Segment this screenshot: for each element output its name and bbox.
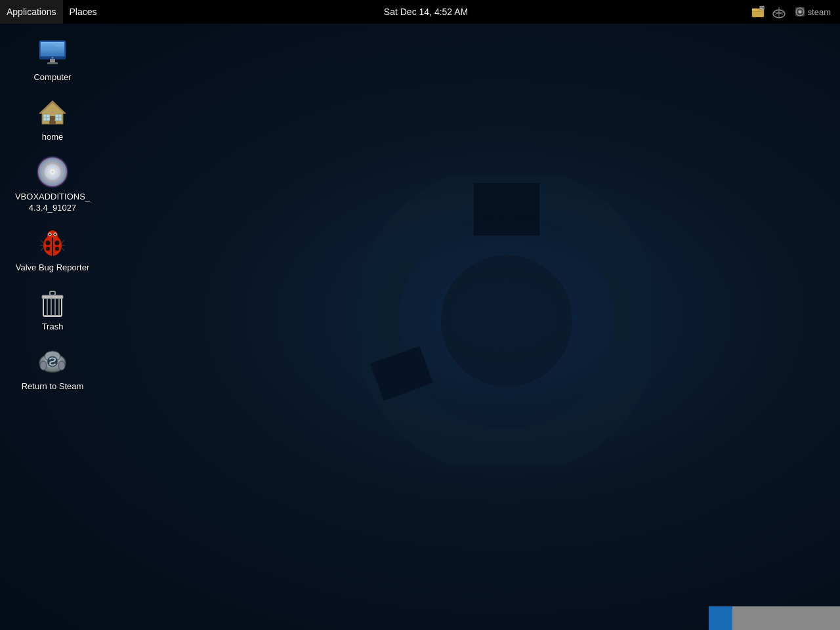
desktop-icon-computer[interactable]: Computer [7, 30, 98, 90]
valve-bug-reporter-icon-label: Valve Bug Reporter [16, 262, 90, 274]
svg-point-51 [55, 247, 59, 251]
desktop-icon-return-to-steam[interactable]: Return to Steam [7, 339, 98, 399]
svg-rect-20 [50, 59, 55, 62]
taskbar-right: steam [749, 3, 840, 21]
desktop-icon-valve-bug-reporter[interactable]: Valve Bug Reporter [7, 220, 98, 280]
svg-line-56 [41, 240, 43, 243]
svg-rect-68 [50, 291, 55, 295]
tray-steam[interactable]: steam [791, 7, 835, 17]
computer-icon-label: Computer [33, 72, 71, 83]
places-menu[interactable]: Places [63, 0, 104, 24]
svg-point-45 [49, 233, 51, 235]
tray-network-icon[interactable] [770, 3, 788, 21]
desktop-icons-area: Computer home [0, 24, 105, 406]
home-icon [37, 96, 68, 128]
svg-rect-69 [43, 315, 62, 316]
desktop-icon-home[interactable]: home [7, 90, 98, 150]
svg-rect-1 [474, 183, 539, 236]
svg-point-13 [798, 10, 801, 14]
svg-point-46 [54, 233, 56, 235]
home-icon-label: home [42, 132, 64, 143]
trash-icon-label: Trash [42, 322, 64, 333]
desktop-emblem [362, 177, 651, 465]
svg-point-48 [46, 240, 51, 245]
svg-point-50 [46, 247, 50, 251]
svg-point-0 [441, 255, 572, 387]
computer-icon [37, 37, 68, 68]
taskbar-left: Applications Places [0, 0, 104, 24]
svg-rect-21 [47, 62, 58, 64]
svg-rect-19 [42, 47, 58, 49]
svg-point-23 [52, 57, 54, 59]
svg-point-40 [45, 164, 60, 180]
tray-filemanager-icon[interactable] [749, 3, 767, 21]
bug-icon [37, 227, 68, 259]
vboxadditions-icon-label: VBOXADDITIONS_4.3.4_91027 [13, 192, 92, 214]
return-to-steam-icon-label: Return to Steam [22, 381, 84, 392]
tray-steam-label: steam [808, 7, 831, 17]
applications-menu[interactable]: Applications [0, 0, 63, 24]
desktop-icon-vboxadditions[interactable]: VBOXADDITIONS_4.3.4_91027 [7, 150, 98, 220]
bottom-right-bar [709, 606, 840, 630]
bottom-bar-gray [732, 606, 840, 630]
svg-line-61 [62, 248, 64, 251]
svg-point-74 [58, 361, 65, 370]
taskbar: Applications Places Sat Dec 14, 4:52 AM [0, 0, 840, 24]
steam-icon [37, 346, 68, 377]
svg-rect-18 [42, 45, 55, 47]
svg-line-59 [62, 240, 64, 243]
svg-rect-4 [752, 9, 757, 10]
svg-rect-8 [760, 8, 763, 9]
svg-line-58 [41, 248, 43, 251]
svg-rect-7 [760, 7, 764, 7]
trash-icon [37, 286, 68, 318]
disc-icon [37, 156, 68, 188]
taskbar-clock: Sat Dec 14, 4:52 AM [384, 7, 468, 17]
svg-point-49 [55, 240, 60, 245]
desktop-icon-trash[interactable]: Trash [7, 280, 98, 339]
svg-rect-5 [753, 11, 763, 12]
svg-point-73 [40, 361, 47, 370]
taskbar-center: Sat Dec 14, 4:52 AM [104, 7, 749, 17]
bottom-bar-blue[interactable] [709, 606, 732, 630]
svg-rect-17 [42, 43, 63, 45]
